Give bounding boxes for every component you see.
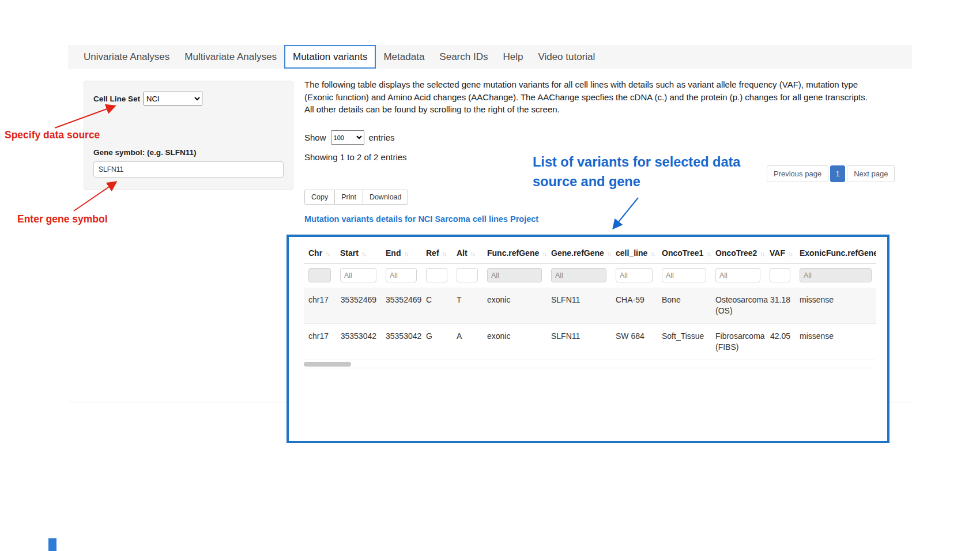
col-label: Gene.refGene xyxy=(551,248,604,258)
filter-chr[interactable] xyxy=(308,268,331,282)
gene-symbol-input[interactable] xyxy=(93,161,284,178)
cell-line-set-select[interactable]: NCI xyxy=(144,92,202,105)
top-navbar: Univariate AnalysesMultivariate Analyses… xyxy=(68,45,912,69)
col-label: Alt xyxy=(457,248,468,258)
tab-metadata[interactable]: Metadata xyxy=(376,45,432,69)
filter-cell xyxy=(795,264,876,288)
sort-icon[interactable]: ↑↓ xyxy=(607,250,611,257)
sort-icon[interactable]: ↑↓ xyxy=(470,250,474,257)
table-title-link[interactable]: Mutation variants details for NCI Sarcom… xyxy=(304,214,538,224)
col-header-end[interactable]: End↑↓ xyxy=(381,244,421,264)
col-label: OncoTree2 xyxy=(715,248,757,258)
tab-multivariate-analyses[interactable]: Multivariate Analyses xyxy=(177,45,284,69)
cell-cell-line: SW 684 xyxy=(611,324,657,360)
annotation-specify-data-source: Specify data source xyxy=(5,129,100,141)
table-header-row: Chr↑↓Start↑↓End↑↓Ref↑↓Alt↑↓Func.refGene↑… xyxy=(304,244,876,264)
cell-func-refgene: exonic xyxy=(483,288,546,324)
sort-icon[interactable]: ↑↓ xyxy=(442,250,446,257)
col-header-gene-refgene[interactable]: Gene.refGene↑↓ xyxy=(546,244,611,264)
col-header-start[interactable]: Start↑↓ xyxy=(336,244,381,264)
col-label: ExonicFunc.refGene xyxy=(800,248,876,258)
cell-vaf: 42.05 xyxy=(765,324,795,360)
sort-icon[interactable]: ↑↓ xyxy=(650,250,654,257)
horizontal-scrollbar[interactable] xyxy=(304,361,876,368)
cell-end: 35352469 xyxy=(381,288,421,324)
sort-icon[interactable]: ↑↓ xyxy=(788,250,792,257)
col-header-vaf[interactable]: VAF↑↓ xyxy=(765,244,795,264)
filter-gene-refgene[interactable] xyxy=(551,268,606,282)
copy-button[interactable]: Copy xyxy=(304,190,335,205)
col-label: OncoTree1 xyxy=(662,248,703,258)
filter-oncotree1[interactable] xyxy=(662,268,706,282)
tab-help[interactable]: Help xyxy=(495,45,530,69)
filter-cell xyxy=(546,264,611,288)
annotation-enter-gene-symbol: Enter gene symbol xyxy=(17,213,108,225)
col-header-ref[interactable]: Ref↑↓ xyxy=(421,244,452,264)
page-length-select[interactable]: 100 xyxy=(331,130,364,145)
table-body: chr173535246935352469CTexonicSLFN11CHA-5… xyxy=(304,288,876,360)
col-label: End xyxy=(386,248,401,258)
filter-end[interactable] xyxy=(386,268,417,282)
sort-icon[interactable]: ↑↓ xyxy=(760,250,764,257)
cell-ref: G xyxy=(421,324,452,360)
filter-cell xyxy=(711,264,765,288)
col-header-func-refgene[interactable]: Func.refGene↑↓ xyxy=(483,244,546,264)
pagination: Previous page 1 Next page xyxy=(765,165,895,182)
sort-icon[interactable]: ↑↓ xyxy=(706,250,710,257)
col-header-alt[interactable]: Alt↑↓ xyxy=(452,244,483,264)
nav-tabs: Univariate AnalysesMultivariate Analyses… xyxy=(76,45,602,69)
sort-icon[interactable]: ↑↓ xyxy=(404,250,408,257)
filter-exonicfunc-refgene[interactable] xyxy=(800,268,872,282)
filter-vaf[interactable] xyxy=(770,268,790,282)
table-description: The following table displays the selecte… xyxy=(304,78,876,116)
filter-cell xyxy=(657,264,711,288)
col-header-exonicfunc-refgene[interactable]: ExonicFunc.refGene↑↓ xyxy=(795,244,876,264)
filter-start[interactable] xyxy=(340,268,376,282)
filter-ref[interactable] xyxy=(426,268,447,282)
filter-cell xyxy=(611,264,657,288)
sort-icon[interactable]: ↑↓ xyxy=(542,250,546,257)
variants-table-box: Chr↑↓Start↑↓End↑↓Ref↑↓Alt↑↓Func.refGene↑… xyxy=(287,235,889,443)
col-label: cell_line xyxy=(616,248,647,258)
previous-page-button[interactable]: Previous page xyxy=(767,165,828,182)
blue-arrow-variants-table xyxy=(613,198,638,228)
cell-alt: T xyxy=(452,288,483,324)
table-row[interactable]: chr173535246935352469CTexonicSLFN11CHA-5… xyxy=(304,288,876,324)
filter-cell xyxy=(421,264,452,288)
tab-search-ids[interactable]: Search IDs xyxy=(432,45,495,69)
filter-func-refgene[interactable] xyxy=(487,268,542,282)
col-header-chr[interactable]: Chr↑↓ xyxy=(304,244,336,264)
annotation-list-of-variants: List of variants for selected data sourc… xyxy=(533,152,763,191)
tab-univariate-analyses[interactable]: Univariate Analyses xyxy=(76,45,177,69)
cell-exonicfunc-refgene: missense xyxy=(795,288,876,324)
page-length-control: Show 100 entries xyxy=(304,130,395,145)
scrollbar-thumb[interactable] xyxy=(304,362,351,367)
cell-oncotree1: Soft_Tissue xyxy=(657,324,711,360)
next-page-button[interactable]: Next page xyxy=(847,165,895,182)
print-button[interactable]: Print xyxy=(334,190,363,205)
col-header-oncotree2[interactable]: OncoTree2↑↓ xyxy=(711,244,765,264)
filter-alt[interactable] xyxy=(457,268,478,282)
page-1-button[interactable]: 1 xyxy=(830,165,845,182)
cell-line-set-label: Cell Line Set xyxy=(93,95,140,103)
filter-cell xyxy=(304,264,336,288)
download-button[interactable]: Download xyxy=(363,190,409,205)
cell-exonicfunc-refgene: missense xyxy=(795,324,876,360)
cell-end: 35353042 xyxy=(381,324,421,360)
sort-icon[interactable]: ↑↓ xyxy=(361,250,365,257)
cell-ref: C xyxy=(421,288,452,324)
sort-icon[interactable]: ↑↓ xyxy=(325,250,329,257)
cell-oncotree2: Osteosarcoma (OS) xyxy=(711,288,765,324)
filter-cell-line[interactable] xyxy=(616,268,653,282)
tab-mutation-variants[interactable]: Mutation variants xyxy=(284,45,376,69)
col-label: VAF xyxy=(770,248,785,258)
cell-alt: A xyxy=(452,324,483,360)
table-row[interactable]: chr173535304235353042GAexonicSLFN11SW 68… xyxy=(304,324,876,360)
tab-video-tutorial[interactable]: Video tutorial xyxy=(530,45,602,69)
col-header-cell-line[interactable]: cell_line↑↓ xyxy=(611,244,657,264)
filter-cell xyxy=(452,264,483,288)
show-label: Show xyxy=(304,133,326,142)
col-label: Func.refGene xyxy=(487,248,539,258)
col-header-oncotree1[interactable]: OncoTree1↑↓ xyxy=(657,244,711,264)
filter-oncotree2[interactable] xyxy=(715,268,760,282)
